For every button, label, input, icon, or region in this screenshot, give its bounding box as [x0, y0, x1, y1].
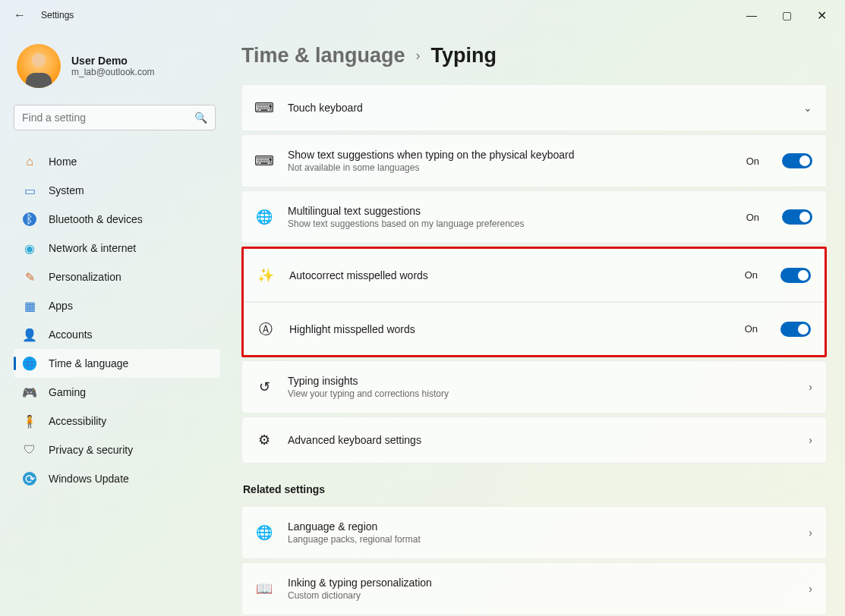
user-profile[interactable]: User Demo m_lab@outlook.com: [14, 44, 220, 88]
toggle-state: On: [746, 212, 759, 223]
bluetooth-icon: ᛒ: [23, 212, 36, 226]
card-subtitle: Show text suggestions based on my langua…: [288, 218, 731, 229]
home-icon: ⌂: [23, 155, 36, 168]
nav-label: Gaming: [49, 386, 86, 398]
shield-icon: 🛡: [23, 443, 36, 457]
title-bar: ← Settings — ▢ ✕: [0, 0, 845, 30]
chevron-right-icon: ›: [809, 526, 812, 539]
nav-label: Home: [49, 156, 77, 168]
nav-personalization[interactable]: ✎Personalization: [14, 262, 220, 291]
toggle-state: On: [746, 156, 759, 167]
system-icon: ▭: [23, 184, 36, 197]
nav-label: Apps: [49, 300, 73, 312]
card-autocorrect[interactable]: ✨ Autocorrect misspelled words On: [244, 249, 825, 302]
nav-label: Accessibility: [49, 415, 106, 427]
card-subtitle: Language packs, regional format: [288, 534, 793, 545]
language-icon: 🌐: [256, 209, 273, 225]
update-icon: ⟳: [23, 472, 36, 486]
nav-list: ⌂Home ▭System ᛒBluetooth & devices ◉Netw…: [14, 147, 220, 493]
breadcrumb: Time & language › Typing: [241, 44, 827, 68]
card-multilingual-suggestions[interactable]: 🌐 Multilingual text suggestions Show tex…: [241, 190, 827, 244]
nav-gaming[interactable]: 🎮Gaming: [14, 378, 220, 407]
card-inking-typing[interactable]: 📖 Inking & typing personalization Custom…: [241, 562, 827, 615]
toggle-switch[interactable]: [780, 322, 811, 337]
card-highlight-misspelled[interactable]: Ⓐ Highlight misspelled words On: [244, 302, 825, 355]
nav-label: Time & language: [49, 357, 128, 369]
chevron-right-icon: ›: [416, 48, 421, 64]
nav-accounts[interactable]: 👤Accounts: [14, 320, 220, 349]
spellcheck-icon: Ⓐ: [257, 320, 274, 338]
toggle-switch[interactable]: [782, 153, 812, 168]
globe-icon: 🌐: [256, 524, 273, 541]
nav-update[interactable]: ⟳Windows Update: [14, 464, 220, 493]
history-icon: ↺: [256, 379, 273, 395]
sidebar: User Demo m_lab@outlook.com 🔍 ⌂Home ▭Sys…: [0, 30, 228, 616]
chevron-right-icon: ›: [809, 434, 812, 446]
accessibility-icon: 🧍: [23, 414, 36, 428]
toggle-state: On: [745, 269, 758, 281]
card-subtitle: Custom dictionary: [288, 590, 793, 601]
chevron-down-icon: ⌄: [803, 102, 812, 114]
nav-system[interactable]: ▭System: [14, 176, 220, 205]
card-typing-insights[interactable]: ↺ Typing insights View your typing and c…: [241, 360, 827, 413]
highlighted-region: ✨ Autocorrect misspelled words On Ⓐ High…: [241, 247, 827, 357]
wifi-icon: ◉: [23, 241, 36, 255]
brush-icon: ✎: [23, 270, 36, 284]
card-subtitle: View your typing and corrections history: [288, 388, 793, 399]
card-physical-keyboard-suggestions[interactable]: ⌨ Show text suggestions when typing on t…: [241, 134, 827, 187]
breadcrumb-current: Typing: [431, 44, 497, 68]
maximize-button[interactable]: ▢: [769, 3, 804, 27]
nav-label: Privacy & security: [49, 444, 133, 456]
nav-time-language[interactable]: 🌐Time & language: [14, 349, 220, 378]
related-settings-heading: Related settings: [243, 483, 827, 495]
toggle-state: On: [745, 323, 758, 335]
dictionary-icon: 📖: [256, 580, 273, 597]
search-icon: 🔍: [194, 112, 207, 124]
search-input[interactable]: [22, 112, 194, 124]
card-language-region[interactable]: 🌐 Language & region Language packs, regi…: [241, 506, 827, 559]
card-title: Touch keyboard: [288, 102, 788, 114]
nav-bluetooth[interactable]: ᛒBluetooth & devices: [14, 205, 220, 234]
nav-label: Network & internet: [49, 242, 136, 254]
card-title: Highlight misspelled words: [289, 323, 730, 335]
card-title: Multilingual text suggestions: [288, 205, 731, 217]
keyboard-icon: ⌨: [256, 99, 273, 116]
wand-icon: ✨: [257, 267, 274, 284]
nav-label: Accounts: [49, 328, 93, 341]
user-email: m_lab@outlook.com: [71, 67, 155, 77]
main-content: Time & language › Typing ⌨ Touch keyboar…: [228, 30, 845, 616]
toggle-switch[interactable]: [782, 209, 812, 225]
nav-label: Personalization: [49, 271, 121, 283]
nav-accessibility[interactable]: 🧍Accessibility: [14, 407, 220, 435]
card-title: Language & region: [288, 520, 793, 533]
minimize-button[interactable]: —: [734, 3, 769, 27]
card-title: Typing insights: [288, 375, 793, 387]
user-name: User Demo: [71, 55, 155, 67]
gear-icon: ⚙: [256, 432, 273, 448]
card-title: Autocorrect misspelled words: [289, 269, 730, 281]
nav-apps[interactable]: ▦Apps: [14, 291, 220, 320]
keyboard-icon: ⌨: [256, 152, 273, 169]
nav-privacy[interactable]: 🛡Privacy & security: [14, 435, 220, 464]
back-button[interactable]: ←: [12, 8, 27, 22]
card-title: Advanced keyboard settings: [288, 434, 793, 446]
apps-icon: ▦: [23, 299, 36, 313]
window-title: Settings: [41, 10, 74, 20]
close-button[interactable]: ✕: [804, 3, 839, 27]
card-title: Inking & typing personalization: [288, 577, 793, 589]
card-touch-keyboard[interactable]: ⌨ Touch keyboard ⌄: [241, 84, 827, 131]
nav-label: Windows Update: [49, 473, 129, 485]
nav-label: System: [49, 184, 84, 196]
search-box[interactable]: 🔍: [14, 105, 216, 130]
nav-network[interactable]: ◉Network & internet: [14, 234, 220, 262]
person-icon: 👤: [23, 328, 36, 341]
nav-home[interactable]: ⌂Home: [14, 147, 220, 176]
clock-globe-icon: 🌐: [23, 357, 36, 370]
nav-label: Bluetooth & devices: [49, 213, 143, 225]
card-advanced-keyboard[interactable]: ⚙ Advanced keyboard settings ›: [241, 416, 827, 464]
card-title: Show text suggestions when typing on the…: [288, 149, 731, 161]
toggle-switch[interactable]: [780, 268, 811, 283]
chevron-right-icon: ›: [809, 381, 812, 393]
gamepad-icon: 🎮: [23, 385, 36, 399]
breadcrumb-parent[interactable]: Time & language: [241, 44, 405, 68]
